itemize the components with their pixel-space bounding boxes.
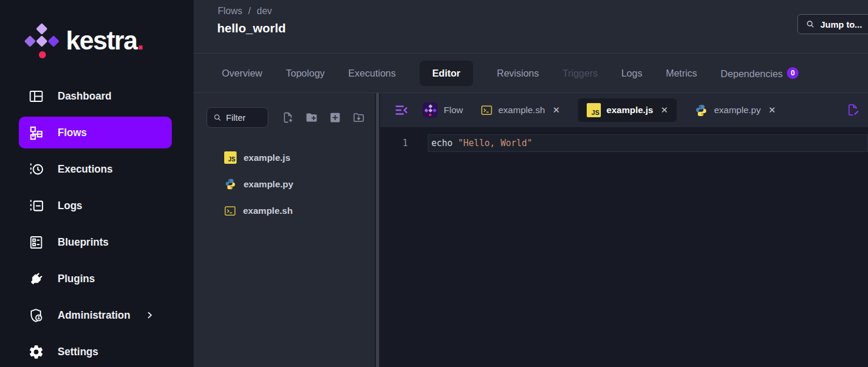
python-file-icon bbox=[694, 104, 708, 117]
sidebar-item-logs[interactable]: Logs bbox=[0, 187, 194, 224]
chevron-right-icon bbox=[144, 310, 155, 320]
tab-dependencies[interactable]: Dependencies0 bbox=[721, 67, 799, 80]
page-title: hello_world bbox=[217, 21, 286, 35]
breadcrumb-namespace[interactable]: dev bbox=[257, 6, 272, 16]
add-box-icon[interactable] bbox=[329, 111, 341, 124]
editor-tab-label: example.sh bbox=[498, 105, 545, 115]
tab-revisions[interactable]: Revisions bbox=[497, 68, 539, 79]
editor-tab-label: example.py bbox=[714, 105, 760, 115]
sidebar-item-plugins[interactable]: Plugins bbox=[0, 260, 194, 297]
toggle-explorer-icon[interactable] bbox=[394, 103, 408, 117]
file-row-example-sh[interactable]: example.sh bbox=[194, 197, 375, 224]
tab-editor[interactable]: Editor bbox=[420, 61, 474, 86]
editor-tab-example-sh[interactable]: example.sh ✕ bbox=[481, 105, 560, 115]
code-editor[interactable]: 1 echo "Hello, World" bbox=[380, 127, 868, 367]
shell-file-icon bbox=[481, 105, 493, 115]
sidebar-item-label: Settings bbox=[58, 346, 98, 358]
sidebar-item-label: Dashboard bbox=[58, 90, 111, 103]
sidebar-item-dashboard[interactable]: Dashboard bbox=[0, 78, 194, 114]
js-file-icon: JS bbox=[587, 103, 601, 117]
settings-icon bbox=[28, 344, 44, 360]
file-name: example.py bbox=[244, 179, 293, 190]
sidebar: kestra. Dashboard Flows Executions Logs bbox=[0, 0, 194, 367]
filter-input[interactable] bbox=[226, 113, 261, 123]
python-file-icon bbox=[224, 178, 237, 190]
close-tab-icon[interactable]: ✕ bbox=[659, 105, 669, 115]
new-file-icon[interactable] bbox=[282, 111, 294, 124]
current-line[interactable]: echo "Hello, World" bbox=[428, 134, 868, 152]
file-edit-icon[interactable] bbox=[846, 103, 860, 117]
tab-overview[interactable]: Overview bbox=[222, 68, 262, 79]
new-folder-icon[interactable] bbox=[305, 111, 318, 124]
editor-tab-example-py[interactable]: example.py ✕ bbox=[694, 104, 776, 117]
editor-tabbar: Flow example.sh ✕ JS example.js ✕ exampl… bbox=[380, 93, 868, 127]
filter-input-box[interactable] bbox=[207, 107, 268, 128]
breadcrumb-separator: / bbox=[248, 6, 251, 16]
close-tab-icon[interactable]: ✕ bbox=[551, 105, 560, 115]
sidebar-item-blueprints[interactable]: Blueprints bbox=[0, 224, 194, 260]
explorer-toolbar bbox=[207, 107, 375, 128]
editor-tab-example-js[interactable]: JS example.js ✕ bbox=[578, 98, 677, 122]
jump-to-button[interactable]: Jump to... bbox=[797, 14, 868, 34]
executions-icon bbox=[28, 161, 44, 177]
flows-icon bbox=[28, 125, 44, 141]
file-explorer-panel: JS example.js example.py example.sh bbox=[194, 93, 375, 367]
file-row-example-js[interactable]: JS example.js bbox=[194, 144, 375, 171]
editor-tab-label: example.js bbox=[607, 105, 653, 115]
close-tab-icon[interactable]: ✕ bbox=[767, 105, 776, 115]
flow-tabs-row: Overview Topology Executions Editor Revi… bbox=[194, 53, 868, 93]
tab-triggers[interactable]: Triggers bbox=[563, 68, 598, 79]
line-number: 1 bbox=[403, 138, 408, 148]
tab-executions[interactable]: Executions bbox=[348, 68, 396, 79]
editor-panel: Flow example.sh ✕ JS example.js ✕ exampl… bbox=[380, 93, 868, 367]
sidebar-item-label: Logs bbox=[58, 200, 82, 212]
sidebar-item-administration[interactable]: Administration bbox=[0, 297, 194, 333]
sidebar-item-label: Administration bbox=[58, 309, 130, 322]
tab-topology[interactable]: Topology bbox=[286, 68, 325, 79]
kestra-logo[interactable]: kestra. bbox=[25, 22, 143, 59]
sidebar-item-executions[interactable]: Executions bbox=[0, 151, 194, 187]
file-name: example.sh bbox=[243, 206, 292, 216]
logs-icon bbox=[28, 198, 44, 214]
sidebar-item-flows[interactable]: Flows bbox=[19, 117, 172, 148]
editor-tab-label: Flow bbox=[444, 105, 463, 115]
kestra-flow-icon bbox=[423, 103, 438, 118]
import-folder-icon[interactable] bbox=[352, 111, 365, 124]
code-line-text: echo "Hello, World" bbox=[431, 138, 533, 148]
kestra-logo-icon bbox=[25, 22, 59, 59]
plugins-icon bbox=[28, 271, 44, 287]
breadcrumb-flows[interactable]: Flows bbox=[218, 6, 242, 16]
file-row-example-py[interactable]: example.py bbox=[194, 171, 375, 197]
sidebar-item-label: Plugins bbox=[58, 273, 95, 285]
kestra-logo-text: kestra. bbox=[66, 28, 143, 54]
blueprints-icon bbox=[28, 234, 44, 250]
tab-logs[interactable]: Logs bbox=[621, 68, 643, 79]
administration-icon bbox=[28, 308, 44, 323]
search-icon bbox=[806, 19, 815, 29]
js-file-icon: JS bbox=[224, 151, 237, 164]
breadcrumb: Flows / dev bbox=[218, 6, 272, 16]
file-name: example.js bbox=[244, 153, 290, 163]
sidebar-item-label: Blueprints bbox=[58, 236, 109, 249]
tab-metrics[interactable]: Metrics bbox=[666, 68, 697, 79]
dashboard-icon bbox=[28, 88, 44, 104]
file-list: JS example.js example.py example.sh bbox=[194, 144, 375, 224]
shell-file-icon bbox=[224, 206, 236, 216]
editor-tab-flow[interactable]: Flow bbox=[423, 103, 463, 118]
panel-splitter[interactable] bbox=[375, 93, 380, 367]
sidebar-nav: Dashboard Flows Executions Logs Blueprin bbox=[0, 78, 194, 367]
dependencies-badge: 0 bbox=[787, 67, 799, 79]
sidebar-item-label: Executions bbox=[58, 163, 112, 176]
jump-to-label: Jump to... bbox=[820, 19, 862, 29]
sidebar-item-label: Flows bbox=[58, 127, 87, 139]
page-header: Flows / dev hello_world Jump to... bbox=[194, 0, 868, 53]
sidebar-item-settings[interactable]: Settings bbox=[0, 333, 194, 367]
search-icon bbox=[213, 113, 222, 122]
